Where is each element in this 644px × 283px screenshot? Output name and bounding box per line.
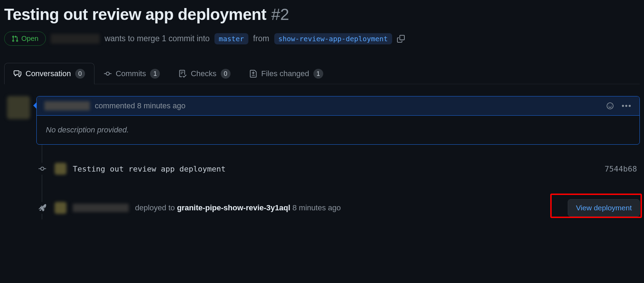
timeline-thread: Testing out review app deployment 7544b6… [36,145,640,219]
deploy-event-icon [36,202,48,214]
commented-label: commented 8 minutes ago [95,101,185,110]
pr-meta-row: Open wants to merge 1 commit into master… [4,31,640,46]
svg-point-2 [611,105,612,106]
kebab-menu-icon[interactable]: ••• [622,101,632,110]
from-text: from [253,34,269,43]
pr-tabs: Conversation 0 Commits 1 Checks 0 Files … [4,63,640,84]
tab-conversation-label: Conversation [26,69,71,78]
comment-header: commented 8 minutes ago ••• [37,96,639,116]
commit-event: Testing out review app deployment 7544b6… [36,155,640,182]
tab-commits[interactable]: Commits 1 [94,63,170,84]
comment-discussion-icon [14,70,21,78]
comment-author-avatar[interactable] [7,96,30,119]
tab-commits-count: 1 [150,69,160,79]
tab-checks-label: Checks [191,69,216,78]
pr-author-redacted [51,34,100,44]
deploy-author-avatar[interactable] [55,202,66,214]
tab-files-count: 1 [313,69,323,79]
tab-checks[interactable]: Checks 0 [169,63,240,84]
copy-icon[interactable] [397,35,405,43]
git-commit-icon [38,165,46,173]
commit-sha[interactable]: 7544b68 [604,165,640,173]
tab-checks-count: 0 [221,69,231,79]
svg-point-1 [609,105,609,106]
pr-title-row: Testing out review app deployment #2 [4,5,640,24]
rocket-icon [38,204,46,212]
head-branch[interactable]: show-review-app-deployment [274,33,392,44]
git-pull-request-icon [12,35,19,42]
git-commit-icon [104,70,112,78]
comment-body: No description provided. [37,116,639,144]
pr-description-comment: commented 8 minutes ago ••• No descripti… [36,96,640,145]
file-diff-icon [249,70,257,78]
svg-point-0 [607,103,613,109]
checklist-icon [179,70,186,78]
tab-files-changed[interactable]: Files changed 1 [240,63,333,84]
tab-conversation[interactable]: Conversation 0 [4,63,94,84]
commit-author-avatar[interactable] [55,163,66,175]
commit-message[interactable]: Testing out review app deployment [73,165,226,173]
tab-commits-label: Commits [116,69,146,78]
base-branch[interactable]: master [214,33,248,44]
pr-number: #2 [271,5,289,24]
state-label: Open [21,35,38,43]
comment-author-redacted[interactable] [44,101,90,110]
state-badge-open: Open [4,31,46,46]
pr-title: Testing out review app deployment [4,5,266,24]
tab-files-label: Files changed [261,69,309,78]
commit-event-icon [36,163,48,175]
smiley-icon[interactable] [606,102,614,110]
tab-conversation-count: 0 [75,69,85,79]
view-deployment-button[interactable]: View deployment [568,199,640,217]
deploy-environment[interactable]: granite-pipe-show-revie-3y1aql [177,203,290,212]
merge-text: wants to merge 1 commit into [105,34,210,43]
deploy-text: deployed to granite-pipe-show-revie-3y1a… [135,203,341,212]
timeline: commented 8 minutes ago ••• No descripti… [4,96,640,219]
deploy-author-redacted[interactable] [73,204,129,212]
deployment-event: deployed to granite-pipe-show-revie-3y1a… [36,189,640,219]
